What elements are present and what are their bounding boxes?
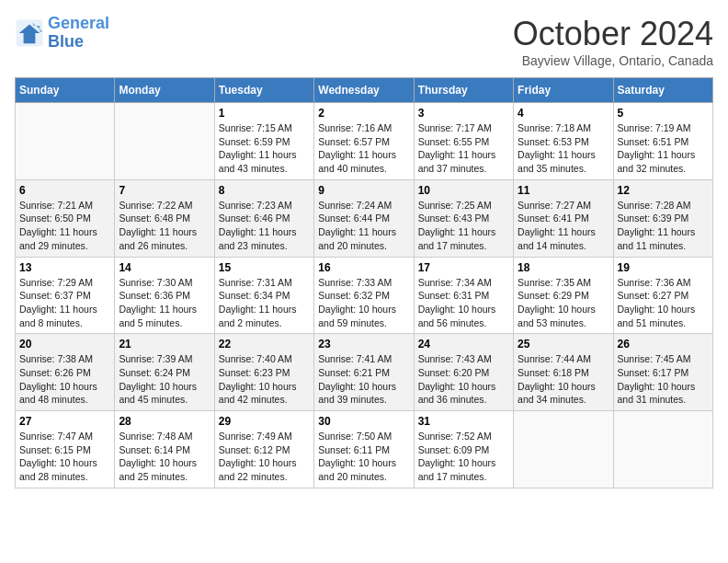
column-header-tuesday: Tuesday <box>214 78 313 103</box>
day-number: 11 <box>518 184 609 197</box>
calendar-cell: 13Sunrise: 7:29 AM Sunset: 6:37 PM Dayli… <box>16 257 115 334</box>
day-number: 27 <box>19 415 110 428</box>
calendar-cell: 27Sunrise: 7:47 AM Sunset: 6:15 PM Dayli… <box>16 411 115 488</box>
calendar-cell: 12Sunrise: 7:28 AM Sunset: 6:39 PM Dayli… <box>613 179 712 257</box>
cell-info: Sunrise: 7:52 AM Sunset: 6:09 PM Dayligh… <box>418 430 509 484</box>
day-number: 19 <box>618 261 709 274</box>
cell-info: Sunrise: 7:36 AM Sunset: 6:27 PM Dayligh… <box>618 276 709 330</box>
cell-info: Sunrise: 7:39 AM Sunset: 6:24 PM Dayligh… <box>119 352 210 407</box>
calendar-cell: 1Sunrise: 7:15 AM Sunset: 6:59 PM Daylig… <box>214 103 313 180</box>
page-header: General Blue October 2024 Bayview Villag… <box>15 15 713 68</box>
calendar-cell: 29Sunrise: 7:49 AM Sunset: 6:12 PM Dayli… <box>214 411 313 488</box>
cell-info: Sunrise: 7:28 AM Sunset: 6:39 PM Dayligh… <box>618 199 709 253</box>
day-number: 28 <box>119 415 210 428</box>
day-number: 31 <box>418 415 509 428</box>
day-number: 16 <box>318 261 409 274</box>
day-number: 9 <box>318 184 409 197</box>
cell-info: Sunrise: 7:25 AM Sunset: 6:43 PM Dayligh… <box>418 199 509 253</box>
calendar-cell: 28Sunrise: 7:48 AM Sunset: 6:14 PM Dayli… <box>115 411 214 488</box>
cell-info: Sunrise: 7:29 AM Sunset: 6:37 PM Dayligh… <box>19 276 110 330</box>
calendar-cell: 23Sunrise: 7:41 AM Sunset: 6:21 PM Dayli… <box>314 334 414 411</box>
cell-info: Sunrise: 7:22 AM Sunset: 6:48 PM Dayligh… <box>119 199 210 253</box>
calendar-cell: 18Sunrise: 7:35 AM Sunset: 6:29 PM Dayli… <box>514 257 613 334</box>
calendar-cell <box>613 411 712 488</box>
cell-info: Sunrise: 7:35 AM Sunset: 6:29 PM Dayligh… <box>518 276 609 330</box>
cell-info: Sunrise: 7:34 AM Sunset: 6:31 PM Dayligh… <box>418 276 509 330</box>
cell-info: Sunrise: 7:17 AM Sunset: 6:55 PM Dayligh… <box>418 121 509 176</box>
calendar-cell: 17Sunrise: 7:34 AM Sunset: 6:31 PM Dayli… <box>414 257 513 334</box>
calendar-cell: 25Sunrise: 7:44 AM Sunset: 6:18 PM Dayli… <box>514 334 613 411</box>
column-header-monday: Monday <box>115 78 214 103</box>
cell-info: Sunrise: 7:15 AM Sunset: 6:59 PM Dayligh… <box>219 121 310 176</box>
column-header-saturday: Saturday <box>613 78 712 103</box>
day-number: 4 <box>518 107 609 120</box>
calendar-week-row: 20Sunrise: 7:38 AM Sunset: 6:26 PM Dayli… <box>16 334 713 411</box>
day-number: 21 <box>119 338 210 350</box>
title-block: October 2024 Bayview Village, Ontario, C… <box>513 15 713 68</box>
cell-info: Sunrise: 7:44 AM Sunset: 6:18 PM Dayligh… <box>518 352 609 407</box>
day-number: 17 <box>418 261 509 274</box>
cell-info: Sunrise: 7:45 AM Sunset: 6:17 PM Dayligh… <box>618 352 709 407</box>
day-number: 22 <box>219 338 310 350</box>
calendar-cell: 26Sunrise: 7:45 AM Sunset: 6:17 PM Dayli… <box>613 334 712 411</box>
calendar-cell: 2Sunrise: 7:16 AM Sunset: 6:57 PM Daylig… <box>314 103 414 180</box>
calendar-week-row: 27Sunrise: 7:47 AM Sunset: 6:15 PM Dayli… <box>16 411 713 488</box>
day-number: 24 <box>418 338 509 350</box>
day-number: 20 <box>19 338 110 350</box>
logo-text: General Blue <box>48 15 109 52</box>
cell-info: Sunrise: 7:33 AM Sunset: 6:32 PM Dayligh… <box>318 276 409 330</box>
cell-info: Sunrise: 7:24 AM Sunset: 6:44 PM Dayligh… <box>318 199 409 253</box>
cell-info: Sunrise: 7:49 AM Sunset: 6:12 PM Dayligh… <box>219 430 310 484</box>
calendar-cell: 31Sunrise: 7:52 AM Sunset: 6:09 PM Dayli… <box>414 411 513 488</box>
calendar-cell: 19Sunrise: 7:36 AM Sunset: 6:27 PM Dayli… <box>613 257 712 334</box>
calendar-table: SundayMondayTuesdayWednesdayThursdayFrid… <box>15 77 713 488</box>
calendar-cell: 3Sunrise: 7:17 AM Sunset: 6:55 PM Daylig… <box>414 103 513 180</box>
cell-info: Sunrise: 7:27 AM Sunset: 6:41 PM Dayligh… <box>518 199 609 253</box>
calendar-cell: 30Sunrise: 7:50 AM Sunset: 6:11 PM Dayli… <box>314 411 414 488</box>
calendar-cell: 15Sunrise: 7:31 AM Sunset: 6:34 PM Dayli… <box>214 257 313 334</box>
calendar-cell: 21Sunrise: 7:39 AM Sunset: 6:24 PM Dayli… <box>115 334 214 411</box>
logo-icon <box>15 18 44 48</box>
cell-info: Sunrise: 7:47 AM Sunset: 6:15 PM Dayligh… <box>19 430 110 484</box>
month-title: October 2024 <box>513 15 713 53</box>
day-number: 30 <box>318 415 409 428</box>
day-number: 2 <box>318 107 409 120</box>
day-number: 25 <box>518 338 609 350</box>
day-number: 23 <box>318 338 409 350</box>
calendar-cell: 10Sunrise: 7:25 AM Sunset: 6:43 PM Dayli… <box>414 179 513 257</box>
day-number: 15 <box>219 261 310 274</box>
column-header-sunday: Sunday <box>16 78 115 103</box>
day-number: 6 <box>19 184 110 197</box>
cell-info: Sunrise: 7:19 AM Sunset: 6:51 PM Dayligh… <box>618 121 709 176</box>
day-number: 29 <box>219 415 310 428</box>
calendar-cell: 4Sunrise: 7:18 AM Sunset: 6:53 PM Daylig… <box>514 103 613 180</box>
calendar-week-row: 6Sunrise: 7:21 AM Sunset: 6:50 PM Daylig… <box>16 179 713 257</box>
day-number: 14 <box>119 261 210 274</box>
column-header-wednesday: Wednesday <box>314 78 414 103</box>
location-subtitle: Bayview Village, Ontario, Canada <box>513 53 713 68</box>
day-number: 3 <box>418 107 509 120</box>
calendar-cell: 16Sunrise: 7:33 AM Sunset: 6:32 PM Dayli… <box>314 257 414 334</box>
cell-info: Sunrise: 7:50 AM Sunset: 6:11 PM Dayligh… <box>318 430 409 484</box>
cell-info: Sunrise: 7:31 AM Sunset: 6:34 PM Dayligh… <box>219 276 310 330</box>
day-number: 18 <box>518 261 609 274</box>
cell-info: Sunrise: 7:23 AM Sunset: 6:46 PM Dayligh… <box>219 199 310 253</box>
cell-info: Sunrise: 7:38 AM Sunset: 6:26 PM Dayligh… <box>19 352 110 407</box>
cell-info: Sunrise: 7:16 AM Sunset: 6:57 PM Dayligh… <box>318 121 409 176</box>
day-number: 13 <box>19 261 110 274</box>
column-header-friday: Friday <box>514 78 613 103</box>
logo: General Blue <box>15 15 109 52</box>
calendar-cell: 20Sunrise: 7:38 AM Sunset: 6:26 PM Dayli… <box>16 334 115 411</box>
calendar-cell: 14Sunrise: 7:30 AM Sunset: 6:36 PM Dayli… <box>115 257 214 334</box>
calendar-cell: 9Sunrise: 7:24 AM Sunset: 6:44 PM Daylig… <box>314 179 414 257</box>
calendar-cell: 5Sunrise: 7:19 AM Sunset: 6:51 PM Daylig… <box>613 103 712 180</box>
cell-info: Sunrise: 7:40 AM Sunset: 6:23 PM Dayligh… <box>219 352 310 407</box>
cell-info: Sunrise: 7:43 AM Sunset: 6:20 PM Dayligh… <box>418 352 509 407</box>
day-number: 8 <box>219 184 310 197</box>
calendar-cell: 11Sunrise: 7:27 AM Sunset: 6:41 PM Dayli… <box>514 179 613 257</box>
day-number: 7 <box>119 184 210 197</box>
calendar-cell: 7Sunrise: 7:22 AM Sunset: 6:48 PM Daylig… <box>115 179 214 257</box>
cell-info: Sunrise: 7:30 AM Sunset: 6:36 PM Dayligh… <box>119 276 210 330</box>
day-number: 10 <box>418 184 509 197</box>
day-number: 1 <box>219 107 310 120</box>
